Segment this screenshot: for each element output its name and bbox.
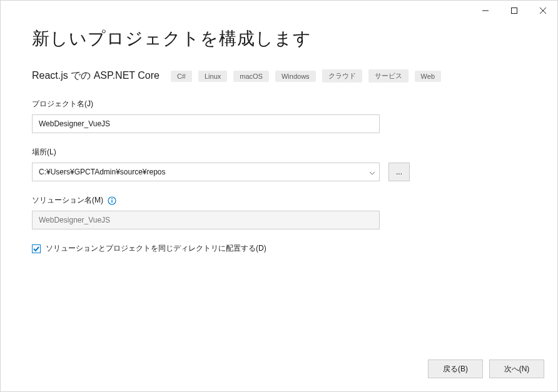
checkmark-icon <box>33 246 39 252</box>
template-info-row: React.js での ASP.NET Core C# Linux macOS … <box>32 69 526 83</box>
same-directory-checkbox[interactable] <box>32 244 41 253</box>
info-icon[interactable] <box>108 196 116 205</box>
browse-button[interactable]: ... <box>388 163 410 181</box>
solution-name-label: ソリューション名(M) <box>32 195 526 206</box>
solution-name-input <box>32 211 380 229</box>
project-name-group: プロジェクト名(J) <box>32 99 526 133</box>
footer: 戻る(B) 次へ(N) <box>428 359 544 378</box>
back-button[interactable]: 戻る(B) <box>428 359 483 378</box>
next-button[interactable]: 次へ(N) <box>489 359 544 378</box>
same-directory-label: ソリューションとプロジェクトを同じディレクトリに配置する(D) <box>46 243 266 254</box>
page-title: 新しいプロジェクトを構成します <box>32 27 526 51</box>
titlebar <box>1 1 557 21</box>
template-tag: サービス <box>368 69 408 83</box>
template-name: React.js での ASP.NET Core <box>32 69 160 83</box>
project-name-input[interactable] <box>32 114 380 133</box>
minimize-icon <box>482 8 489 14</box>
location-input[interactable] <box>32 163 380 181</box>
location-label: 場所(L) <box>32 147 526 158</box>
maximize-button[interactable] <box>500 1 529 21</box>
template-tag: クラウド <box>322 69 362 83</box>
close-button[interactable] <box>529 1 557 21</box>
minimize-button[interactable] <box>471 1 500 21</box>
template-tag: Linux <box>198 71 227 82</box>
template-tag: Web <box>415 71 441 82</box>
same-directory-row: ソリューションとプロジェクトを同じディレクトリに配置する(D) <box>32 243 526 254</box>
template-tag: C# <box>171 71 192 82</box>
project-name-label: プロジェクト名(J) <box>32 99 526 109</box>
close-icon <box>540 8 546 14</box>
solution-name-label-text: ソリューション名(M) <box>32 196 103 204</box>
content-area: 新しいプロジェクトを構成します React.js での ASP.NET Core… <box>1 21 557 266</box>
svg-point-5 <box>111 198 113 199</box>
location-group: 場所(L) ... <box>32 147 526 181</box>
solution-name-group: ソリューション名(M) <box>32 195 526 229</box>
template-tag: macOS <box>233 71 269 82</box>
maximize-icon <box>511 8 517 14</box>
svg-rect-1 <box>512 8 517 14</box>
template-tag: Windows <box>275 71 316 82</box>
